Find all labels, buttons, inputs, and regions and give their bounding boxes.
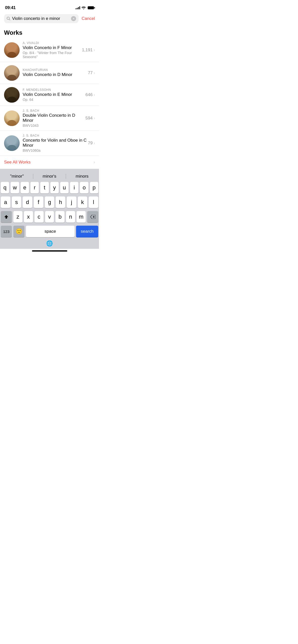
work-title: Concerto for Violin and Oboe in C Minor	[23, 138, 88, 148]
space-key[interactable]: space	[26, 226, 75, 237]
key-c[interactable]: c	[35, 211, 44, 223]
search-icon	[7, 17, 11, 21]
key-p[interactable]: p	[90, 182, 98, 193]
key-a[interactable]: a	[1, 196, 10, 208]
svg-point-10	[7, 145, 16, 151]
composer-avatar	[4, 135, 20, 151]
work-subtitle: Op. 8/4 · "Winter from The Four Seasons"	[23, 51, 82, 59]
svg-point-3	[9, 68, 15, 74]
work-chevron: ›	[94, 141, 95, 145]
svg-point-2	[7, 52, 16, 58]
battery-icon	[88, 6, 94, 9]
composer-avatar	[4, 42, 20, 58]
works-list: A. VIVALDI Violin Concerto in F Minor Op…	[0, 38, 99, 155]
numbers-key[interactable]: 123	[1, 226, 12, 237]
key-y[interactable]: y	[50, 182, 59, 193]
key-t[interactable]: t	[40, 182, 49, 193]
work-subtitle: Op. 64	[23, 98, 85, 102]
status-icons	[76, 6, 94, 9]
section-title: Works	[0, 25, 99, 38]
work-count: 77	[88, 70, 93, 75]
work-count-area: 77 ›	[88, 70, 95, 75]
work-subtitle: BWV1060a	[23, 148, 88, 152]
work-info: KHACHATURIAN Violin Concerto in D Minor	[23, 68, 88, 78]
svg-point-8	[7, 120, 16, 126]
keyboard-row-2: asdfghjkl	[1, 196, 98, 208]
work-chevron: ›	[94, 48, 95, 52]
svg-point-7	[9, 114, 15, 119]
autocomplete-item-2[interactable]: minors	[66, 173, 98, 180]
keyboard-bottom-row: 123 🙂 space search	[1, 226, 98, 237]
key-f[interactable]: f	[34, 196, 43, 208]
key-e[interactable]: e	[21, 182, 29, 193]
key-x[interactable]: x	[24, 211, 33, 223]
key-u[interactable]: u	[60, 182, 69, 193]
composer-avatar	[4, 110, 20, 126]
work-title: Double Violin Concerto in D Minor	[23, 113, 85, 123]
work-title: Violin Concerto in E Minor	[23, 92, 85, 97]
work-info: J. S. BACH Concerto for Violin and Oboe …	[23, 134, 88, 152]
key-o[interactable]: o	[80, 182, 88, 193]
key-w[interactable]: w	[11, 182, 19, 193]
key-d[interactable]: d	[23, 196, 32, 208]
key-n[interactable]: n	[66, 211, 75, 223]
composer-name: KHACHATURIAN	[23, 68, 88, 72]
composer-name: J. S. BACH	[23, 134, 88, 137]
shift-key[interactable]	[1, 211, 12, 223]
autocomplete-item-1[interactable]: minor's	[33, 173, 65, 180]
see-all-works[interactable]: See All Works ›	[0, 155, 99, 169]
signal-icon	[76, 6, 80, 9]
key-m[interactable]: m	[77, 211, 86, 223]
autocomplete-bar: "minor" minor's minors	[1, 171, 98, 182]
autocomplete-item-0[interactable]: "minor"	[1, 173, 33, 180]
key-r[interactable]: r	[30, 182, 39, 193]
work-subtitle: BWV1043	[23, 124, 85, 128]
work-item[interactable]: J. S. BACH Double Violin Concerto in D M…	[0, 106, 99, 131]
globe-icon[interactable]: 🌐	[46, 240, 53, 247]
globe-row: 🌐	[1, 238, 98, 248]
key-v[interactable]: v	[45, 211, 54, 223]
emoji-key[interactable]: 🙂	[13, 226, 24, 237]
work-title: Violin Concerto in F Minor	[23, 45, 82, 50]
composer-avatar	[4, 87, 20, 103]
work-count-area: 594 ›	[85, 116, 95, 121]
work-item[interactable]: KHACHATURIAN Violin Concerto in D Minor …	[0, 62, 99, 84]
work-chevron: ›	[94, 71, 95, 75]
work-count: 1,191	[82, 48, 93, 53]
work-info: F. MENDELSSOHN Violin Concerto in E Mino…	[23, 88, 85, 102]
key-i[interactable]: i	[70, 182, 78, 193]
work-count-area: 79 ›	[88, 141, 95, 146]
key-b[interactable]: b	[55, 211, 64, 223]
key-l[interactable]: l	[89, 196, 98, 208]
work-count: 594	[85, 116, 92, 121]
work-item[interactable]: F. MENDELSSOHN Violin Concerto in E Mino…	[0, 84, 99, 106]
key-h[interactable]: h	[56, 196, 65, 208]
work-chevron: ›	[94, 93, 95, 97]
status-time: 09:41	[5, 5, 16, 10]
delete-key[interactable]	[87, 211, 98, 223]
composer-name: A. VIVALDI	[23, 41, 82, 45]
key-k[interactable]: k	[78, 196, 87, 208]
key-g[interactable]: g	[45, 196, 54, 208]
keyboard-row-3: zxcvbnm	[1, 211, 98, 223]
key-q[interactable]: q	[1, 182, 9, 193]
work-count: 79	[88, 141, 93, 146]
search-input[interactable]	[12, 16, 70, 21]
key-z[interactable]: z	[13, 211, 22, 223]
search-key[interactable]: search	[76, 226, 98, 237]
status-bar: 09:41	[0, 0, 99, 12]
composer-name: F. MENDELSSOHN	[23, 88, 85, 92]
clear-button[interactable]	[71, 16, 76, 21]
key-s[interactable]: s	[12, 196, 21, 208]
work-info: A. VIVALDI Violin Concerto in F Minor Op…	[23, 41, 82, 59]
svg-point-6	[7, 97, 16, 103]
work-item[interactable]: J. S. BACH Concerto for Violin and Oboe …	[0, 131, 99, 155]
search-bar-container: Cancel	[0, 12, 99, 25]
search-input-wrapper[interactable]	[4, 14, 79, 23]
cancel-button[interactable]: Cancel	[82, 16, 95, 21]
svg-point-9	[9, 139, 15, 144]
work-item[interactable]: A. VIVALDI Violin Concerto in F Minor Op…	[0, 38, 99, 62]
svg-point-5	[9, 90, 15, 96]
see-all-label: See All Works	[4, 160, 31, 165]
key-j[interactable]: j	[67, 196, 76, 208]
